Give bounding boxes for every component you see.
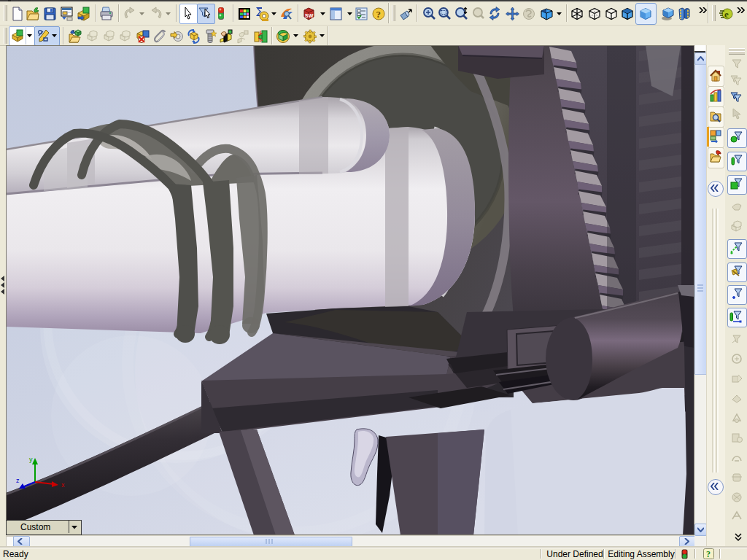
svg-text:?: ? xyxy=(706,549,711,559)
svg-text:?: ? xyxy=(376,9,382,20)
svg-text:x: x xyxy=(61,481,65,489)
svg-text:z: z xyxy=(16,477,20,484)
svg-text:y: y xyxy=(29,456,33,463)
svg-text:SW: SW xyxy=(305,13,314,18)
svg-text:e: e xyxy=(724,9,729,20)
